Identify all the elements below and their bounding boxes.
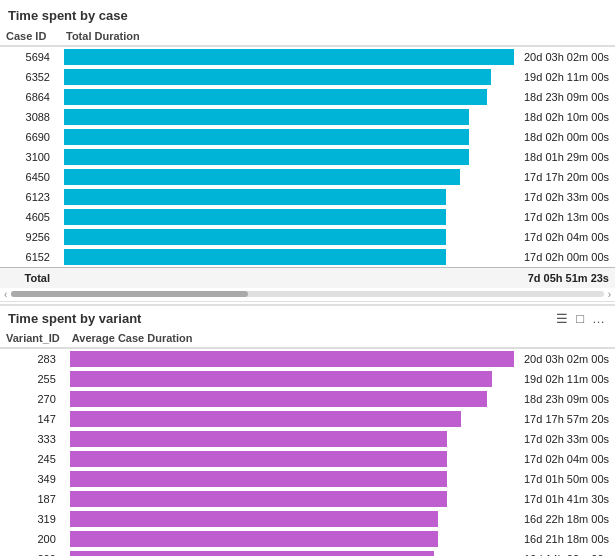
- col-case-id: Case ID: [0, 27, 60, 46]
- scroll-right-arrow[interactable]: ›: [608, 289, 611, 300]
- variant-table-header: Variant_ID Average Case Duration: [0, 329, 615, 348]
- table-row: 5694 20d 03h 02m 00s: [0, 46, 615, 67]
- variant-bar: [70, 451, 448, 467]
- case-duration-cell: 18d 02h 00m 00s: [518, 127, 615, 147]
- variant-bar: [70, 511, 439, 527]
- variant-bar: [70, 491, 448, 507]
- variant-duration-cell: 17d 01h 41m 30s: [518, 489, 615, 509]
- total-value: 7d 05h 51m 23s: [518, 268, 615, 288]
- table-row: 200 16d 21h 18m 00s: [0, 529, 615, 549]
- variant-duration-cell: 17d 02h 33m 00s: [518, 429, 615, 449]
- variant-id-cell: 245: [0, 449, 66, 469]
- table-row: 6123 17d 02h 33m 00s: [0, 187, 615, 207]
- case-id-cell: 9256: [0, 227, 60, 247]
- scroll-left-arrow[interactable]: ‹: [4, 289, 7, 300]
- variant-id-cell: 349: [0, 469, 66, 489]
- case-id-cell: 3088: [0, 107, 60, 127]
- case-duration-cell: 17d 02h 00m 00s: [518, 247, 615, 268]
- col-avg-duration: Average Case Duration: [66, 329, 518, 348]
- variant-bar-cell: [66, 429, 518, 449]
- case-bar: [64, 189, 446, 205]
- case-id-cell: 6123: [0, 187, 60, 207]
- table-row: 6152 17d 02h 00m 00s: [0, 247, 615, 268]
- variant-bar: [70, 431, 448, 447]
- case-table: Case ID Total Duration 5694 20d 03h 02m …: [0, 27, 615, 288]
- variant-bar-cell: [66, 369, 518, 389]
- table-row: 147 17d 17h 57m 20s: [0, 409, 615, 429]
- variant-bar: [70, 351, 514, 367]
- variant-bar: [70, 371, 492, 387]
- variant-bar-cell: [66, 469, 518, 489]
- table-row: 283 20d 03h 02m 00s: [0, 348, 615, 369]
- variant-duration-cell: 19d 02h 11m 00s: [518, 369, 615, 389]
- case-id-cell: 6450: [0, 167, 60, 187]
- case-bar: [64, 129, 469, 145]
- variant-bar-cell: [66, 529, 518, 549]
- case-duration-cell: 17d 02h 04m 00s: [518, 227, 615, 247]
- case-duration-cell: 20d 03h 02m 00s: [518, 46, 615, 67]
- table-row: 245 17d 02h 04m 00s: [0, 449, 615, 469]
- variant-duration-cell: 20d 03h 02m 00s: [518, 348, 615, 369]
- case-table-body: 5694 20d 03h 02m 00s 6352 19d 02h 11m 00…: [0, 46, 615, 288]
- variant-id-cell: 283: [0, 348, 66, 369]
- table-row: 6864 18d 23h 09m 00s: [0, 87, 615, 107]
- case-bar: [64, 249, 446, 265]
- case-duration-cell: 17d 02h 33m 00s: [518, 187, 615, 207]
- variant-id-cell: 147: [0, 409, 66, 429]
- variant-id-cell: 200: [0, 529, 66, 549]
- table-row: 270 18d 23h 09m 00s: [0, 389, 615, 409]
- table-row: 6450 17d 17h 20m 00s: [0, 167, 615, 187]
- variant-bar-cell: [66, 489, 518, 509]
- case-bar-cell: [60, 107, 518, 127]
- case-bar-cell: [60, 46, 518, 67]
- case-bar-cell: [60, 247, 518, 268]
- case-bar-cell: [60, 87, 518, 107]
- total-bar: [60, 268, 518, 288]
- col-variant-id: Variant_ID: [0, 329, 66, 348]
- variant-id-cell: 270: [0, 389, 66, 409]
- expand-icon[interactable]: □: [574, 310, 586, 327]
- case-duration-cell: 17d 17h 20m 00s: [518, 167, 615, 187]
- table-row: 255 19d 02h 11m 00s: [0, 369, 615, 389]
- scroll-thumb[interactable]: [11, 291, 248, 297]
- case-bar: [64, 169, 460, 185]
- variant-bar: [70, 471, 448, 487]
- variant-id-cell: 255: [0, 369, 66, 389]
- variant-bar-cell: [66, 449, 518, 469]
- case-bar: [64, 229, 446, 245]
- col-total-duration: Total Duration: [60, 27, 518, 46]
- section-title-case: Time spent by case: [0, 6, 615, 27]
- case-table-header: Case ID Total Duration: [0, 27, 615, 46]
- variant-duration-cell: 17d 02h 04m 00s: [518, 449, 615, 469]
- variant-table: Variant_ID Average Case Duration 283 20d…: [0, 329, 615, 557]
- col-spacer: [518, 27, 615, 46]
- case-bar: [64, 89, 487, 105]
- table-container-case: Case ID Total Duration 5694 20d 03h 02m …: [0, 27, 615, 301]
- variant-bar: [70, 551, 434, 557]
- variant-duration-cell: 18d 23h 09m 00s: [518, 389, 615, 409]
- variant-bar-cell: [66, 549, 518, 557]
- section-action-icons: ☰ □ …: [554, 310, 607, 327]
- case-id-cell: 3100: [0, 147, 60, 167]
- col-spacer2: [518, 329, 615, 348]
- table-row: 4605 17d 02h 13m 00s: [0, 207, 615, 227]
- case-bar: [64, 209, 446, 225]
- variant-bar-cell: [66, 389, 518, 409]
- variant-bar-cell: [66, 509, 518, 529]
- case-duration-cell: 17d 02h 13m 00s: [518, 207, 615, 227]
- case-id-cell: 6152: [0, 247, 60, 268]
- case-duration-cell: 18d 23h 09m 00s: [518, 87, 615, 107]
- filter-icon[interactable]: ☰: [554, 310, 570, 327]
- case-scroll-bar[interactable]: ‹ ›: [0, 288, 615, 301]
- variant-duration-cell: 16d 22h 18m 00s: [518, 509, 615, 529]
- case-bar-cell: [60, 167, 518, 187]
- case-bar-cell: [60, 207, 518, 227]
- variant-bar-cell: [66, 409, 518, 429]
- scroll-track[interactable]: [11, 291, 603, 297]
- section-case: Time spent by case Case ID Total Duratio…: [0, 0, 615, 302]
- table-container-variant: Variant_ID Average Case Duration 283 20d…: [0, 329, 615, 557]
- variant-bar: [70, 411, 461, 427]
- case-bar-cell: [60, 227, 518, 247]
- more-icon[interactable]: …: [590, 310, 607, 327]
- case-bar-cell: [60, 127, 518, 147]
